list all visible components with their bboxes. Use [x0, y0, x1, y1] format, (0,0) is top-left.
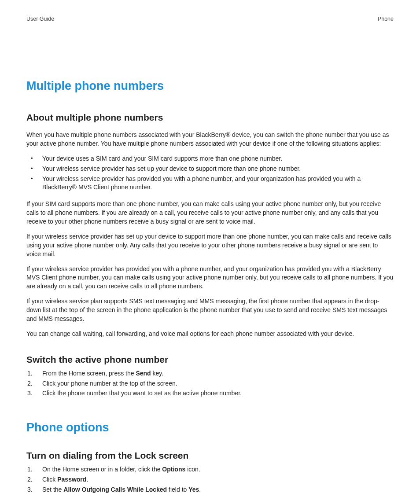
step-text: From the Home screen, press the: [42, 370, 136, 377]
step-text: Set the: [42, 486, 63, 493]
step-text: key.: [151, 370, 164, 377]
step-item: Click Password.: [42, 475, 394, 484]
step-text: On the Home screen or in a folder, click…: [42, 466, 162, 473]
step-text: icon.: [185, 466, 200, 473]
step-bold: Yes: [188, 486, 199, 493]
section-multiple-phone-numbers: Multiple phone numbers About multiple ph…: [26, 79, 394, 398]
step-item: Click your phone number at the top of th…: [42, 379, 394, 388]
step-bold: Options: [162, 466, 185, 473]
bullet-item: Your wireless service provider has set u…: [42, 165, 394, 173]
paragraph: You can change call waiting, call forwar…: [26, 330, 394, 338]
bullet-list: Your device uses a SIM card and your SIM…: [26, 155, 394, 192]
subsection-title-switch: Switch the active phone number: [26, 354, 394, 365]
ordered-list: On the Home screen or in a folder, click…: [26, 465, 394, 494]
step-text: .: [86, 476, 88, 483]
section-title: Multiple phone numbers: [26, 79, 394, 93]
paragraph: If your wireless service plan supports S…: [26, 297, 394, 324]
paragraph: When you have multiple phone numbers ass…: [26, 131, 394, 148]
step-text: Click: [42, 476, 57, 483]
step-text: field to: [167, 486, 188, 493]
step-item: On the Home screen or in a folder, click…: [42, 465, 394, 474]
step-item: Click the phone number that you want to …: [42, 389, 394, 398]
document-page: User Guide Phone Multiple phone numbers …: [0, 0, 420, 504]
paragraph: If your wireless service provider has pr…: [26, 265, 394, 291]
step-bold: Allow Outgoing Calls While Locked: [63, 486, 167, 493]
subsection-title-dialing-lock: Turn on dialing from the Lock screen: [26, 450, 394, 461]
paragraph: If your SIM card supports more than one …: [26, 200, 394, 226]
header-right: Phone: [378, 16, 394, 22]
step-bold: Send: [136, 370, 151, 377]
section-title: Phone options: [26, 421, 394, 434]
step-bold: Password: [57, 476, 86, 483]
section-phone-options: Phone options Turn on dialing from the L…: [26, 421, 394, 494]
bullet-item: Your device uses a SIM card and your SIM…: [42, 155, 394, 163]
page-header: User Guide Phone: [26, 16, 394, 22]
step-text: .: [199, 486, 201, 493]
step-item: From the Home screen, press the Send key…: [42, 369, 394, 378]
ordered-list: From the Home screen, press the Send key…: [26, 369, 394, 398]
step-item: Set the Allow Outgoing Calls While Locke…: [42, 486, 394, 494]
header-left: User Guide: [26, 16, 54, 22]
paragraph: If your wireless service provider has se…: [26, 232, 394, 259]
bullet-item: Your wireless service provider has provi…: [42, 175, 394, 192]
subsection-title-about: About multiple phone numbers: [26, 112, 394, 123]
